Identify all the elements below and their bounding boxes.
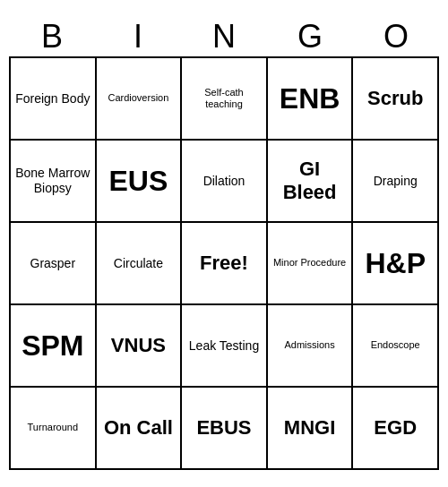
bingo-cell-text-23: MNGI xyxy=(284,416,335,440)
bingo-cell-16: VNUS xyxy=(97,305,183,388)
header-n: N xyxy=(181,17,267,56)
bingo-cell-5: Bone Marrow Biopsy xyxy=(11,141,97,223)
header-i: I xyxy=(95,17,181,56)
bingo-cell-text-12: Free! xyxy=(200,252,248,275)
bingo-cell-text-17: Leak Testing xyxy=(189,338,259,354)
bingo-cell-15: SPM xyxy=(11,305,97,388)
bingo-cell-1: Cardioversion xyxy=(97,58,183,141)
bingo-cell-20: Turnaround xyxy=(11,388,97,470)
bingo-cell-text-8: GI Bleed xyxy=(271,158,349,205)
bingo-cell-text-4: Scrub xyxy=(367,87,423,110)
bingo-cell-21: On Call xyxy=(97,388,183,470)
bingo-cell-text-18: Admissions xyxy=(284,339,334,351)
bingo-cell-text-16: VNUS xyxy=(111,334,166,357)
bingo-cell-22: EBUS xyxy=(182,388,268,470)
bingo-cell-17: Leak Testing xyxy=(182,305,268,388)
bingo-header: B I N G O xyxy=(9,17,439,56)
bingo-cell-9: Draping xyxy=(353,141,439,223)
bingo-cell-text-1: Cardioversion xyxy=(108,92,168,104)
bingo-cell-18: Admissions xyxy=(268,305,354,388)
bingo-cell-text-7: Dilation xyxy=(203,174,246,189)
bingo-cell-19: Endoscope xyxy=(353,305,439,388)
bingo-cell-12: Free! xyxy=(182,223,268,305)
bingo-cell-text-0: Foreign Body xyxy=(15,91,90,107)
bingo-cell-text-3: ENB xyxy=(280,81,340,115)
bingo-cell-13: Minor Procedure xyxy=(268,223,354,305)
bingo-cell-text-15: SPM xyxy=(22,329,83,363)
bingo-cell-text-22: EBUS xyxy=(196,416,251,440)
bingo-cell-10: Grasper xyxy=(11,223,97,305)
bingo-cell-text-13: Minor Procedure xyxy=(273,257,346,269)
header-g: G xyxy=(267,17,353,56)
bingo-cell-11: Circulate xyxy=(97,223,183,305)
bingo-cell-2: Self-cath teaching xyxy=(182,58,268,141)
bingo-cell-3: ENB xyxy=(268,58,354,141)
bingo-cell-4: Scrub xyxy=(353,58,439,141)
bingo-cell-text-14: H&P xyxy=(365,246,426,280)
bingo-cell-text-9: Draping xyxy=(374,174,418,189)
bingo-cell-text-6: EUS xyxy=(108,164,168,198)
bingo-cell-text-2: Self-cath teaching xyxy=(185,87,263,110)
bingo-cell-14: H&P xyxy=(353,223,439,305)
header-o: O xyxy=(353,17,439,56)
bingo-cell-text-10: Grasper xyxy=(30,256,76,271)
bingo-cell-text-19: Endoscope xyxy=(371,339,420,351)
bingo-cell-0: Foreign Body xyxy=(11,58,97,141)
bingo-cell-text-24: EGD xyxy=(374,416,417,440)
bingo-card: B I N G O Foreign BodyCardioversionSelf-… xyxy=(9,17,439,470)
bingo-cell-24: EGD xyxy=(353,388,439,470)
bingo-cell-23: MNGI xyxy=(268,388,354,470)
bingo-grid: Foreign BodyCardioversionSelf-cath teach… xyxy=(9,56,439,470)
bingo-cell-text-21: On Call xyxy=(104,416,173,440)
bingo-cell-7: Dilation xyxy=(182,141,268,223)
bingo-cell-text-20: Turnaround xyxy=(28,422,78,433)
bingo-cell-6: EUS xyxy=(97,141,183,223)
bingo-cell-text-11: Circulate xyxy=(114,256,163,271)
bingo-cell-8: GI Bleed xyxy=(268,141,354,223)
header-b: B xyxy=(9,17,95,56)
bingo-cell-text-5: Bone Marrow Biopsy xyxy=(14,166,91,196)
